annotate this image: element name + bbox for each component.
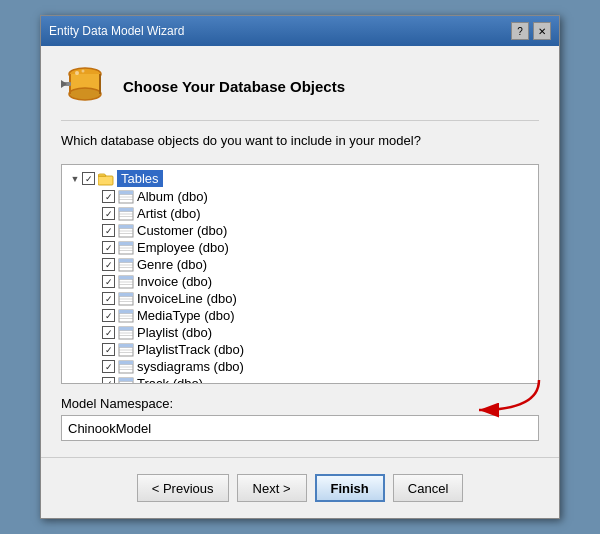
checkbox-root[interactable] — [82, 172, 95, 185]
tree-item-label: Customer (dbo) — [137, 223, 227, 238]
table-icon — [118, 309, 134, 323]
title-bar: Entity Data Model Wizard ? ✕ — [41, 16, 559, 46]
svg-rect-46 — [119, 310, 133, 314]
svg-rect-16 — [119, 208, 133, 212]
list-item[interactable]: Invoice (dbo) — [62, 273, 538, 290]
namespace-input-row — [61, 415, 539, 441]
list-item[interactable]: InvoiceLine (dbo) — [62, 290, 538, 307]
list-item[interactable]: Artist (dbo) — [62, 205, 538, 222]
close-button[interactable]: ✕ — [533, 22, 551, 40]
checkbox-invoice[interactable] — [102, 275, 115, 288]
list-item[interactable]: PlaylistTrack (dbo) — [62, 341, 538, 358]
svg-rect-36 — [119, 276, 133, 280]
expand-arrow-root[interactable]: ▼ — [70, 174, 80, 184]
folder-icon-tables — [98, 172, 114, 186]
tree-item-label: InvoiceLine (dbo) — [137, 291, 237, 306]
header-section: Choose Your Database Objects — [61, 62, 539, 121]
table-icon — [118, 275, 134, 289]
title-bar-buttons: ? ✕ — [511, 22, 551, 40]
table-icon — [118, 326, 134, 340]
tree-item-label: MediaType (dbo) — [137, 308, 235, 323]
table-icon — [118, 360, 134, 374]
question-text: Which database objects do you want to in… — [61, 133, 539, 148]
cancel-button[interactable]: Cancel — [393, 474, 463, 502]
checkbox-customer[interactable] — [102, 224, 115, 237]
table-icon — [118, 258, 134, 272]
svg-rect-9 — [98, 176, 113, 185]
svg-rect-11 — [119, 191, 133, 195]
table-icon — [118, 377, 134, 385]
checkbox-sysdiagrams[interactable] — [102, 360, 115, 373]
checkbox-mediatype[interactable] — [102, 309, 115, 322]
tree-item-label: Artist (dbo) — [137, 206, 201, 221]
namespace-input[interactable] — [61, 415, 539, 441]
finish-button[interactable]: Finish — [315, 474, 385, 502]
svg-rect-66 — [119, 378, 133, 382]
footer-divider — [41, 457, 559, 458]
tree-root[interactable]: ▼ Tables — [62, 169, 538, 188]
checkbox-album[interactable] — [102, 190, 115, 203]
svg-rect-21 — [119, 225, 133, 229]
table-icon — [118, 343, 134, 357]
checkbox-genre[interactable] — [102, 258, 115, 271]
table-icon — [118, 207, 134, 221]
database-icon — [61, 62, 109, 110]
tree-item-label: Employee (dbo) — [137, 240, 229, 255]
svg-rect-41 — [119, 293, 133, 297]
table-icon — [118, 224, 134, 238]
header-title: Choose Your Database Objects — [123, 78, 345, 95]
tree-item-label: Track (dbo) — [137, 376, 203, 384]
svg-rect-26 — [119, 242, 133, 246]
next-button[interactable]: Next > — [237, 474, 307, 502]
svg-rect-56 — [119, 344, 133, 348]
tree-item-label: Genre (dbo) — [137, 257, 207, 272]
svg-rect-4 — [99, 74, 101, 94]
table-icon — [118, 292, 134, 306]
list-item[interactable]: Genre (dbo) — [62, 256, 538, 273]
tables-label: Tables — [117, 170, 163, 187]
svg-point-2 — [69, 88, 101, 100]
svg-rect-61 — [119, 361, 133, 365]
checkbox-invoiceline[interactable] — [102, 292, 115, 305]
svg-marker-6 — [61, 80, 67, 88]
namespace-label: Model Namespace: — [61, 396, 539, 411]
tree-item-label: Album (dbo) — [137, 189, 208, 204]
checkbox-employee[interactable] — [102, 241, 115, 254]
list-item[interactable]: MediaType (dbo) — [62, 307, 538, 324]
dialog: Entity Data Model Wizard ? ✕ — [40, 15, 560, 519]
tree-item-label: sysdiagrams (dbo) — [137, 359, 244, 374]
dialog-title: Entity Data Model Wizard — [49, 24, 184, 38]
list-item[interactable]: Album (dbo) — [62, 188, 538, 205]
tree-container[interactable]: ▼ Tables Album (dbo) — [61, 164, 539, 384]
list-item[interactable]: Customer (dbo) — [62, 222, 538, 239]
svg-point-7 — [75, 71, 79, 75]
checkbox-playlist[interactable] — [102, 326, 115, 339]
list-item[interactable]: sysdiagrams (dbo) — [62, 358, 538, 375]
list-item[interactable]: Playlist (dbo) — [62, 324, 538, 341]
tree-item-label: Playlist (dbo) — [137, 325, 212, 340]
checkbox-track[interactable] — [102, 377, 115, 384]
svg-rect-51 — [119, 327, 133, 331]
checkbox-artist[interactable] — [102, 207, 115, 220]
previous-button[interactable]: < Previous — [137, 474, 229, 502]
svg-point-8 — [82, 70, 85, 73]
tree-item-label: PlaylistTrack (dbo) — [137, 342, 244, 357]
table-icon — [118, 190, 134, 204]
list-item[interactable]: Track (dbo) — [62, 375, 538, 384]
help-button[interactable]: ? — [511, 22, 529, 40]
dialog-body: Choose Your Database Objects Which datab… — [41, 46, 559, 457]
table-icon — [118, 241, 134, 255]
tree-item-label: Invoice (dbo) — [137, 274, 212, 289]
svg-rect-31 — [119, 259, 133, 263]
namespace-section: Model Namespace: — [61, 396, 539, 441]
list-item[interactable]: Employee (dbo) — [62, 239, 538, 256]
footer: < Previous Next > Finish Cancel — [41, 466, 559, 518]
checkbox-playlisttrack[interactable] — [102, 343, 115, 356]
